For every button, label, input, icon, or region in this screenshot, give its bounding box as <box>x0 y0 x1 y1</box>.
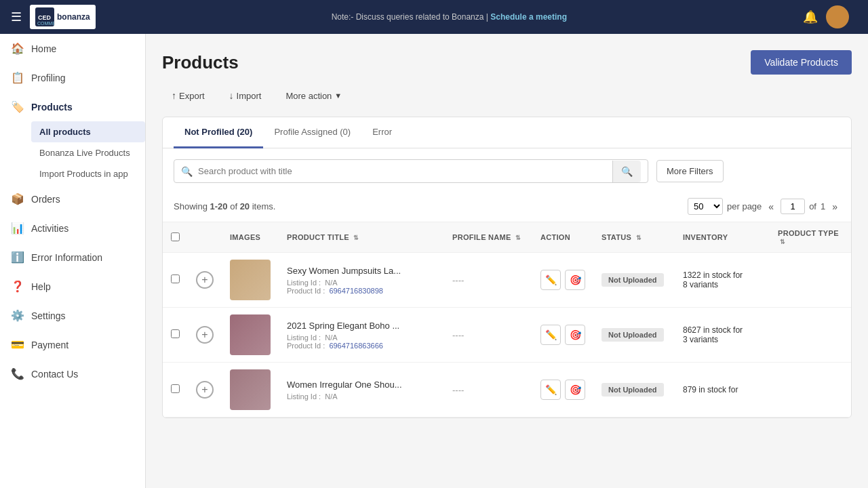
page-header: Products Validate Products <box>162 50 852 75</box>
tab-error[interactable]: Error <box>361 117 403 148</box>
product-image-3 <box>230 369 271 410</box>
top-note: Note:- Discuss queries related to Bonanz… <box>96 12 803 22</box>
showing-range: 1-20 <box>210 201 228 211</box>
sidebar-item-products[interactable]: 🏷️ Products <box>0 92 145 121</box>
page-number-input[interactable] <box>781 199 805 214</box>
row-checkbox-cell <box>163 253 188 308</box>
sort-product-type-icon[interactable]: ⇅ <box>780 239 785 245</box>
row-action-cell: ✏️ 🎯 <box>532 363 593 418</box>
top-nav-right: 🔔 <box>803 5 857 28</box>
edit-button-2[interactable]: ✏️ <box>540 325 561 345</box>
sidebar-sub-all-products[interactable]: All products <box>31 121 145 142</box>
validate-products-button[interactable]: Validate Products <box>751 50 852 75</box>
row-title-cell: 2021 Spring Elegant Boho ... Listing Id … <box>279 308 444 363</box>
tab-profile-assigned[interactable]: Profile Assigned (0) <box>263 117 361 148</box>
col-header-checkbox <box>163 222 188 253</box>
row-inventory-cell: 1322 in stock for 8 variants <box>675 253 770 308</box>
export-button[interactable]: ↑ Export <box>162 85 214 106</box>
col-header-product-type: PRODUCT TYPE ⇅ <box>770 222 851 253</box>
product-product-id: Product Id : 6964716863666 <box>287 342 436 350</box>
more-action-button[interactable]: More action ▼ <box>276 86 351 106</box>
logo-box: CED COMMERCE bonanza <box>30 5 96 29</box>
sidebar-sub-import-products[interactable]: Import Products in app <box>31 163 145 184</box>
col-header-action: ACTION <box>532 222 593 253</box>
row-add-cell: + <box>188 363 222 418</box>
products-card: Not Profiled (20) Profile Assigned (0) E… <box>162 117 852 418</box>
error-icon: ℹ️ <box>11 251 24 264</box>
product-title-text: Sexy Women Jumpsuits La... <box>287 266 436 276</box>
action-buttons: ✏️ 🎯 <box>540 270 585 290</box>
sidebar-item-profiling[interactable]: 📋 Profiling <box>0 63 145 92</box>
hamburger-menu[interactable]: ☰ <box>11 9 22 24</box>
sidebar-item-contact-us[interactable]: 📞 Contact Us <box>0 359 145 388</box>
product-image-2 <box>230 314 271 355</box>
sidebar-item-help[interactable]: ❓ Help <box>0 272 145 301</box>
select-all-checkbox[interactable] <box>171 232 180 241</box>
sidebar-item-activities[interactable]: 📊 Activities <box>0 214 145 243</box>
product-listing-id: Listing Id : N/A <box>287 392 436 401</box>
import-icon: ↓ <box>229 90 234 101</box>
first-page-button[interactable]: « <box>766 200 776 214</box>
import-button[interactable]: ↓ Import <box>220 85 271 106</box>
sidebar-item-orders[interactable]: 📦 Orders <box>0 184 145 214</box>
sort-product-title-icon[interactable]: ⇅ <box>353 235 359 241</box>
view-button-3[interactable]: 🎯 <box>565 380 585 400</box>
settings-icon: ⚙️ <box>11 309 24 322</box>
contact-icon: 📞 <box>11 367 24 380</box>
sidebar-item-error-information[interactable]: ℹ️ Error Information <box>0 243 145 272</box>
row-checkbox-1[interactable] <box>171 274 180 283</box>
row-action-cell: ✏️ 🎯 <box>532 253 593 308</box>
last-page-button[interactable]: » <box>829 200 840 214</box>
sort-status-icon[interactable]: ⇅ <box>636 235 642 241</box>
svg-text:COMMERCE: COMMERCE <box>37 21 54 26</box>
search-input[interactable] <box>193 160 612 182</box>
sort-profile-name-icon[interactable]: ⇅ <box>515 235 521 241</box>
page-title: Products <box>162 52 239 73</box>
profile-dash: ---- <box>452 385 464 395</box>
row-profile-cell: ---- <box>444 308 532 363</box>
search-go-button[interactable]: 🔍 <box>612 161 641 182</box>
row-checkbox-3[interactable] <box>171 384 180 393</box>
row-title-cell: Women Irregular One Shou... Listing Id :… <box>279 363 444 418</box>
logo-bonanza-text: bonanza <box>57 12 90 22</box>
action-buttons: ✏️ 🎯 <box>540 380 585 400</box>
logo-icon: CED COMMERCE <box>35 7 54 26</box>
bell-icon[interactable]: 🔔 <box>803 9 818 24</box>
col-header-inventory: INVENTORY <box>675 222 770 253</box>
logo-area: CED COMMERCE bonanza <box>30 5 96 29</box>
table-row: + Women Irregular One Shou... Listing Id… <box>163 363 851 418</box>
edit-button-1[interactable]: ✏️ <box>540 270 561 290</box>
sidebar-item-settings[interactable]: ⚙️ Settings <box>0 301 145 330</box>
sidebar-item-home[interactable]: 🏠 Home <box>0 34 145 63</box>
more-filters-button[interactable]: More Filters <box>656 160 724 182</box>
view-button-1[interactable]: 🎯 <box>565 270 585 290</box>
schedule-meeting-link[interactable]: Schedule a meeting <box>490 12 567 22</box>
sidebar-sub-bonanza-live[interactable]: Bonanza Live Products <box>31 142 145 163</box>
add-product-button-1[interactable]: + <box>196 271 214 289</box>
row-action-cell: ✏️ 🎯 <box>532 308 593 363</box>
per-page-select[interactable]: 50 25 100 <box>688 198 723 215</box>
col-header-images: IMAGES <box>222 222 279 253</box>
row-status-cell: Not Uploaded <box>593 253 675 308</box>
table-row: + Sexy Women Jumpsuits La... Listing Id … <box>163 253 851 308</box>
sidebar-item-payment[interactable]: 💳 Payment <box>0 330 145 359</box>
view-button-2[interactable]: 🎯 <box>565 325 585 345</box>
row-checkbox-2[interactable] <box>171 329 180 338</box>
row-image-cell <box>222 308 279 363</box>
inventory-text-3: 879 in stock for <box>683 385 762 394</box>
products-table: IMAGES PRODUCT TITLE ⇅ PROFILE NAME ⇅ AC… <box>163 222 851 418</box>
sidebar: 🏠 Home 📋 Profiling 🏷️ Products All produ… <box>0 34 146 488</box>
row-product-type-cell <box>770 308 851 363</box>
row-image-cell <box>222 363 279 418</box>
table-header-row: IMAGES PRODUCT TITLE ⇅ PROFILE NAME ⇅ AC… <box>163 222 851 253</box>
search-row: 🔍 🔍 More Filters <box>163 148 851 194</box>
top-navigation: ☰ CED COMMERCE bonanza Note:- Discuss qu… <box>0 0 868 34</box>
profiling-icon: 📋 <box>11 71 24 84</box>
chevron-down-icon: ▼ <box>334 92 342 100</box>
tab-not-profiled[interactable]: Not Profiled (20) <box>174 117 263 148</box>
add-product-button-2[interactable]: + <box>196 326 214 344</box>
avatar[interactable] <box>826 5 849 28</box>
edit-button-3[interactable]: ✏️ <box>540 380 561 400</box>
add-product-button-3[interactable]: + <box>196 381 214 399</box>
col-header-add <box>188 222 222 253</box>
